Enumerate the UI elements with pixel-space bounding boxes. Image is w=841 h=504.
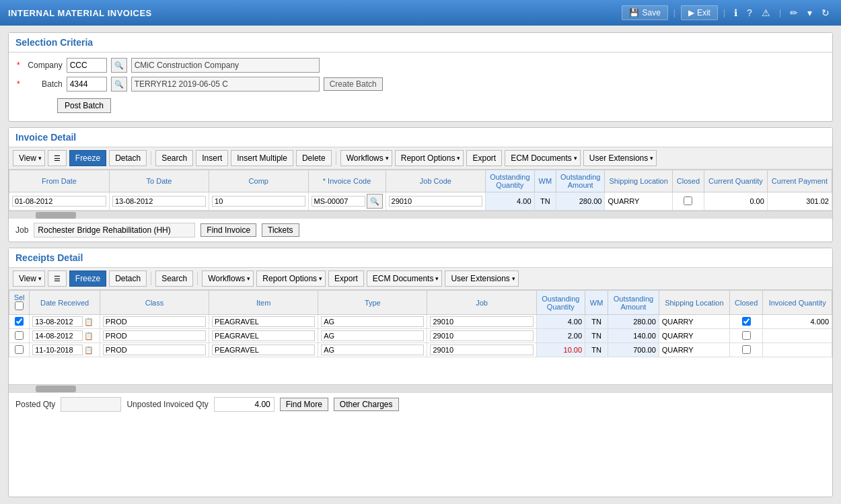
receipts-scrollbar[interactable] <box>9 384 832 392</box>
invoice-code-search[interactable]: 🔍 <box>367 194 383 209</box>
receipts-columns-button[interactable]: ☰ <box>48 271 67 287</box>
post-batch-button[interactable]: Post Batch <box>57 98 111 113</box>
rcell-shipping-location: QUARRY <box>659 343 729 357</box>
report-caret-icon: ▾ <box>457 155 460 161</box>
invoice-grid-header: From Date To Date Comp * Invoice Code Jo… <box>9 170 832 192</box>
col-wm: WM <box>534 170 556 192</box>
dropdown-icon-button[interactable]: ▾ <box>804 6 815 20</box>
rcol-closed: Closed <box>729 291 762 315</box>
invoice-columns-button[interactable]: ☰ <box>48 150 67 166</box>
rcell-item <box>209 315 318 329</box>
receipts-user-extensions-button[interactable]: User Extensions ▾ <box>445 271 518 287</box>
company-required: * <box>17 61 20 70</box>
tickets-button[interactable]: Tickets <box>262 223 299 237</box>
invoice-detail-panel: Invoice Detail View ▾ ☰ Freeze Detach Se… <box>8 127 833 242</box>
invoice-scroll-thumb[interactable] <box>36 212 76 219</box>
save-icon: 💾 <box>629 8 639 17</box>
create-batch-button[interactable]: Create Batch <box>324 77 383 91</box>
company-input[interactable] <box>67 58 107 73</box>
col-closed: Closed <box>672 170 704 192</box>
find-more-button[interactable]: Find More <box>280 398 328 411</box>
invoice-delete-button[interactable]: Delete <box>296 150 332 166</box>
invoice-ecm-button[interactable]: ECM Documents ▾ <box>505 150 581 166</box>
rcell-wm: TN <box>585 329 608 343</box>
receipts-workflows-button[interactable]: Workflows ▾ <box>202 271 254 287</box>
rcell-type <box>318 343 427 357</box>
rcell-invoiced-qty <box>763 329 832 343</box>
invoice-scrollbar[interactable] <box>9 211 832 219</box>
rcol-wm: WM <box>585 291 608 315</box>
row-closed-checkbox[interactable] <box>742 331 751 340</box>
cell-outstanding-qty: 4.00 <box>486 192 534 211</box>
batch-label: Batch <box>26 79 63 89</box>
receipts-row: 📋 4.00 TN 280.00 QUARRY 4.000 <box>9 315 832 329</box>
sel-all-checkbox[interactable] <box>15 301 24 310</box>
receipts-view-button[interactable]: View ▾ <box>13 271 45 287</box>
invoice-freeze-button[interactable]: Freeze <box>69 150 106 166</box>
receipts-detach-button[interactable]: Detach <box>109 271 147 287</box>
exit-button[interactable]: ▶ Exit <box>681 5 718 20</box>
rcol-item: Item <box>209 291 318 315</box>
invoice-insert-button[interactable]: Insert <box>196 150 228 166</box>
receipts-scroll-thumb[interactable] <box>36 386 76 392</box>
col-current-payment: Current Payment <box>767 170 832 192</box>
closed-checkbox[interactable] <box>684 196 692 205</box>
receipts-view-caret: ▾ <box>38 275 42 282</box>
cell-job-code <box>386 192 486 211</box>
batch-search-button[interactable]: 🔍 <box>111 77 127 92</box>
batch-input[interactable] <box>67 77 107 92</box>
invoice-export-button[interactable]: Export <box>466 150 502 166</box>
edit-icon-button[interactable]: ✏ <box>787 6 801 20</box>
date-icon: 📋 <box>84 346 94 355</box>
row-closed-checkbox[interactable] <box>742 317 751 326</box>
receipts-ecm-caret: ▾ <box>435 275 439 282</box>
posted-qty-label: Posted Qty <box>15 400 55 409</box>
posted-qty-input[interactable] <box>61 397 121 412</box>
job-label: Job <box>15 225 28 235</box>
company-search-button[interactable]: 🔍 <box>111 58 127 73</box>
rcell-item <box>209 343 318 357</box>
save-button[interactable]: 💾 Save <box>622 5 667 20</box>
rcell-date-received: 📋 <box>30 329 100 343</box>
refresh-icon-button[interactable]: ↻ <box>818 6 833 20</box>
batch-required: * <box>17 79 20 89</box>
other-charges-button[interactable]: Other Charges <box>334 398 399 411</box>
invoice-user-extensions-button[interactable]: User Extensions ▾ <box>583 150 657 166</box>
rcol-outstanding-qty: OustandingQuantity <box>536 291 585 315</box>
invoice-search-button[interactable]: Search <box>155 150 193 166</box>
row-closed-checkbox[interactable] <box>742 345 751 354</box>
col-shipping-location: Shipping Location <box>605 170 672 192</box>
invoice-workflows-button[interactable]: Workflows ▾ <box>340 150 392 166</box>
rcell-sel <box>9 315 30 329</box>
rcell-wm: TN <box>585 343 608 357</box>
row-sel-checkbox[interactable] <box>15 317 24 326</box>
receipts-detail-panel: Receipts Detail View ▾ ☰ Freeze Detach S… <box>8 248 833 497</box>
receipts-search-button[interactable]: Search <box>155 271 193 287</box>
receipts-freeze-button[interactable]: Freeze <box>69 271 106 287</box>
date-icon: 📋 <box>84 332 94 340</box>
receipts-report-caret: ▾ <box>319 275 322 282</box>
row-sel-checkbox[interactable] <box>15 331 24 340</box>
cell-current-payment: 301.02 <box>767 192 832 211</box>
view-caret-icon: ▾ <box>38 155 42 161</box>
receipts-export-button[interactable]: Export <box>328 271 364 287</box>
info-icon-button[interactable]: ℹ <box>731 6 741 20</box>
rcell-outstanding-amount: 140.00 <box>608 329 659 343</box>
find-invoice-button[interactable]: Find Invoice <box>200 223 256 237</box>
receipts-detail-header: Receipts Detail <box>9 248 832 268</box>
col-current-qty: Current Quantity <box>704 170 768 192</box>
help-icon-button[interactable]: ? <box>743 6 756 20</box>
invoice-insert-multiple-button[interactable]: Insert Multiple <box>231 150 293 166</box>
rcell-job <box>427 329 536 343</box>
invoice-report-options-button[interactable]: Report Options ▾ <box>395 150 464 166</box>
row-sel-checkbox[interactable] <box>15 345 24 354</box>
receipts-report-options-button[interactable]: Report Options ▾ <box>256 271 326 287</box>
selection-criteria-header: Selection Criteria <box>9 33 832 52</box>
invoice-view-button[interactable]: View ▾ <box>13 150 45 166</box>
unposted-invoiced-qty-input[interactable] <box>214 397 275 412</box>
job-input[interactable] <box>34 223 195 238</box>
receipts-ecm-button[interactable]: ECM Documents ▾ <box>367 271 443 287</box>
selection-criteria-title: Selection Criteria <box>15 37 93 48</box>
invoice-detach-button[interactable]: Detach <box>109 150 147 166</box>
warning-icon-button[interactable]: ⚠ <box>758 6 774 20</box>
